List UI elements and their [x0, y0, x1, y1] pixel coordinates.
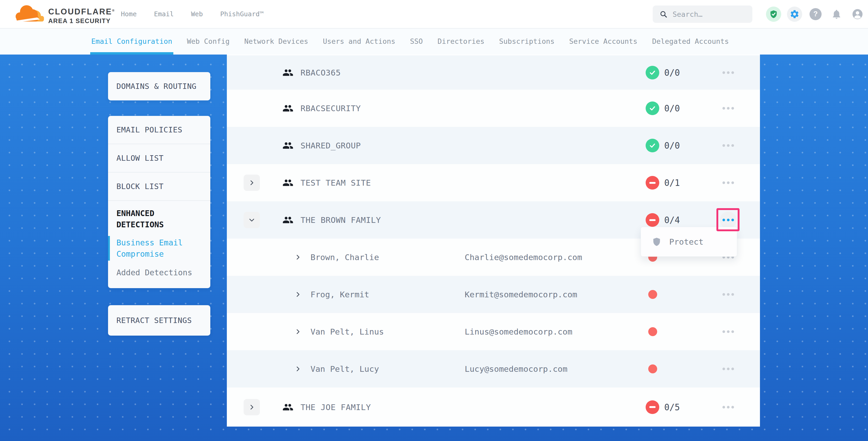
- search-box[interactable]: [653, 5, 752, 23]
- header-nav: HomeEmailWebPhishGuard™: [121, 0, 264, 28]
- tab-delegated-accounts[interactable]: Delegated Accounts: [652, 28, 729, 55]
- search-icon: [659, 10, 668, 18]
- sidebar-item-domains-routing[interactable]: DOMAINS & ROUTING: [108, 82, 196, 91]
- bell-icon[interactable]: [826, 9, 847, 20]
- sidebar-item-label: EMAIL POLICIES: [108, 125, 182, 134]
- tab-email-configuration[interactable]: Email Configuration: [91, 28, 172, 55]
- header-nav-home[interactable]: Home: [121, 10, 136, 18]
- header-nav-phishguard[interactable]: PhishGuard™: [220, 10, 264, 18]
- group-icon: [282, 103, 293, 114]
- status-dot-blocked: [648, 365, 657, 373]
- status-badge-ok: [646, 139, 659, 152]
- sidebar-item-label: Added Detections: [117, 268, 192, 277]
- row-actions-kebab-button[interactable]: [720, 212, 737, 228]
- sidebar-item-block-list[interactable]: BLOCK LIST: [108, 172, 210, 201]
- chevron-right-icon[interactable]: [294, 291, 301, 298]
- enhanced-detections-title[interactable]: ENHANCED DETECTIONS: [117, 208, 202, 230]
- group-name[interactable]: RBACSECURITY: [301, 103, 361, 113]
- row-actions-kebab-button[interactable]: [720, 360, 737, 377]
- active-indicator-bar: [108, 236, 110, 261]
- group-name[interactable]: SHARED_GROUP: [301, 141, 361, 150]
- help-icon[interactable]: ?: [805, 8, 826, 20]
- member-name[interactable]: Van Pelt, Linus: [310, 327, 384, 336]
- sidebar-item-allow-list[interactable]: ALLOW LIST: [108, 144, 210, 172]
- group-name[interactable]: THE JOE FAMILY: [301, 403, 371, 412]
- search-input[interactable]: [673, 10, 746, 18]
- chevron-right-icon[interactable]: [294, 366, 301, 372]
- header-nav-email[interactable]: Email: [154, 10, 174, 18]
- sidebar-item-added-detections[interactable]: Added Detections: [117, 267, 202, 278]
- cloudflare-logo[interactable]: CLOUDFLARE® AREA 1 SECURITY: [15, 2, 115, 25]
- tab-subscriptions[interactable]: Subscriptions: [499, 28, 554, 55]
- member-name[interactable]: Brown, Charlie: [310, 252, 379, 262]
- table-row-group: TEST TEAM SITE0/1: [227, 164, 760, 201]
- tab-network-devices[interactable]: Network Devices: [244, 28, 308, 55]
- row-actions-kebab-button[interactable]: [720, 175, 737, 191]
- status-badge-blocked: [646, 213, 659, 227]
- member-name[interactable]: Frog, Kermit: [310, 290, 369, 299]
- top-header: CLOUDFLARE® AREA 1 SECURITY HomeEmailWeb…: [0, 0, 868, 28]
- status-badge-ok: [646, 66, 659, 80]
- table-row-group: SHARED_GROUP0/0: [227, 127, 760, 164]
- menu-item-protect[interactable]: Protect: [669, 237, 704, 247]
- table-row-member: Van Pelt, LinusLinus@somedemocorp.com: [227, 313, 760, 350]
- chevron-right-icon[interactable]: [294, 328, 301, 335]
- sidebar-item-retract-settings[interactable]: RETRACT SETTINGS: [108, 316, 192, 325]
- member-email: Lucy@somedemocorp.com: [465, 364, 567, 374]
- sidebar-card-domains[interactable]: DOMAINS & ROUTING: [108, 72, 210, 100]
- protected-count: 0/0: [664, 103, 680, 114]
- protected-count: 0/0: [664, 67, 680, 77]
- sidebar-item-label: BLOCK LIST: [108, 182, 164, 191]
- user-icon[interactable]: [847, 8, 868, 20]
- group-icon: [282, 177, 293, 188]
- table-row-group: RBACO3650/0: [227, 55, 760, 90]
- group-name[interactable]: TEST TEAM SITE: [301, 178, 371, 187]
- row-actions-kebab-button[interactable]: [720, 323, 737, 340]
- protected-count: 0/0: [664, 140, 680, 151]
- sidebar-card-retract[interactable]: RETRACT SETTINGS: [108, 305, 210, 336]
- collapse-row-button[interactable]: [244, 212, 260, 228]
- status-dot-blocked: [648, 290, 657, 299]
- row-actions-kebab-button[interactable]: [720, 64, 737, 81]
- gear-icon[interactable]: [784, 6, 805, 22]
- row-actions-kebab-button[interactable]: [720, 399, 737, 416]
- status-badge-blocked: [646, 176, 659, 190]
- table-row-member: Frog, KermitKermit@somedemocorp.com: [227, 276, 760, 313]
- chevron-right-icon: [248, 404, 255, 411]
- row-actions-kebab-button[interactable]: [720, 137, 737, 154]
- sidebar-section-enhanced-detections: ENHANCED DETECTIONS Business Email Compr…: [108, 201, 210, 278]
- brand-name: CLOUDFLARE®: [48, 5, 115, 17]
- group-icon: [282, 402, 293, 413]
- group-name[interactable]: RBACO365: [301, 68, 341, 77]
- chevron-down-icon: [248, 217, 255, 223]
- status-badge-blocked: [646, 400, 659, 414]
- protected-count: 0/1: [664, 178, 680, 188]
- sidebar-item-business-email-compromise[interactable]: Business Email Compromise: [117, 237, 202, 259]
- group-icon: [282, 215, 293, 225]
- expand-row-button[interactable]: [244, 175, 260, 191]
- tab-users-and-actions[interactable]: Users and Actions: [323, 28, 395, 55]
- row-actions-kebab-button[interactable]: [720, 286, 737, 303]
- sidebar-item-email-policies[interactable]: EMAIL POLICIES: [108, 116, 210, 144]
- row-actions-kebab-button[interactable]: [720, 100, 737, 117]
- status-badge-ok: [646, 101, 659, 115]
- tab-sso[interactable]: SSO: [410, 28, 423, 55]
- config-tabs: Email ConfigurationWeb ConfigNetwork Dev…: [0, 28, 868, 55]
- tab-directories[interactable]: Directories: [437, 28, 484, 55]
- member-email: Linus@somedemocorp.com: [465, 327, 572, 336]
- sidebar-card-policies: EMAIL POLICIESALLOW LISTBLOCK LIST ENHAN…: [108, 116, 210, 288]
- chevron-right-icon[interactable]: [294, 254, 301, 261]
- tab-service-accounts[interactable]: Service Accounts: [569, 28, 638, 55]
- table-row-member: Van Pelt, LucyLucy@somedemocorp.com: [227, 350, 760, 387]
- shield-icon: [652, 237, 661, 247]
- sidebar-item-label: ALLOW LIST: [108, 154, 164, 163]
- member-name[interactable]: Van Pelt, Lucy: [310, 364, 379, 374]
- group-icon: [282, 140, 293, 151]
- header-nav-web[interactable]: Web: [191, 10, 203, 18]
- group-icon: [282, 67, 293, 78]
- group-name[interactable]: THE BROWN FAMILY: [301, 215, 381, 225]
- expand-row-button[interactable]: [244, 399, 260, 415]
- status-dot-blocked: [648, 327, 657, 336]
- tab-web-config[interactable]: Web Config: [187, 28, 230, 55]
- shield-check-icon[interactable]: [763, 6, 784, 22]
